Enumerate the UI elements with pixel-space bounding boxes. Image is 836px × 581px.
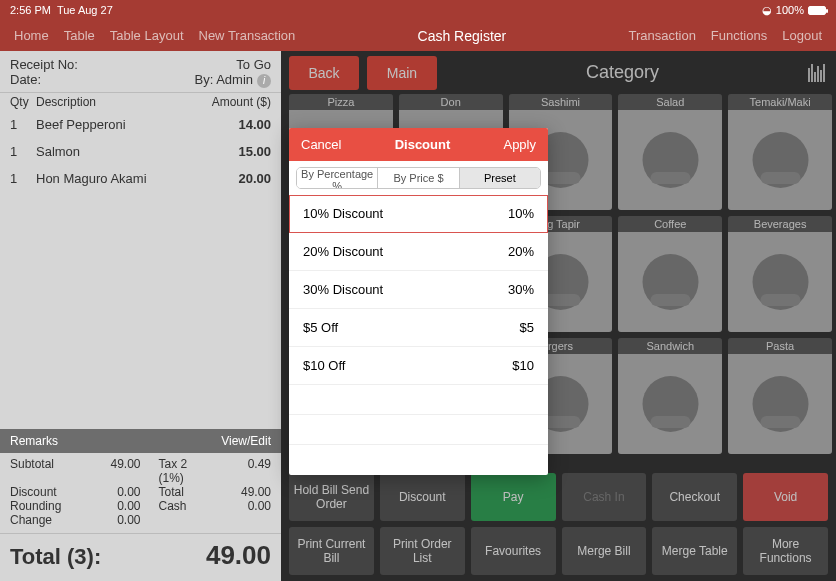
- discount-label: Discount: [10, 485, 75, 499]
- preset-row[interactable]: 30% Discount30%: [289, 271, 548, 309]
- line-desc: Hon Maguro Akami: [36, 171, 191, 186]
- remarks-view-edit[interactable]: View/Edit: [221, 434, 271, 448]
- wifi-icon: ◒: [762, 4, 772, 17]
- rounding-value: 0.00: [75, 499, 140, 513]
- preset-label: $10 Off: [303, 358, 345, 373]
- receipt-line[interactable]: 1Beef Pepperoni14.00: [0, 111, 281, 138]
- preset-blank-row: [289, 385, 548, 415]
- nav-transaction[interactable]: Transaction: [628, 28, 695, 43]
- nav-table-layout[interactable]: Table Layout: [110, 28, 184, 43]
- grand-total-label: Total (3):: [10, 544, 101, 570]
- nav-bar: Home Table Table Layout New Transaction …: [0, 20, 836, 51]
- nav-logout[interactable]: Logout: [782, 28, 822, 43]
- change-label: Change: [10, 513, 75, 527]
- total-value: 49.00: [206, 485, 271, 499]
- tax-value: 0.49: [206, 457, 271, 485]
- popup-title: Discount: [395, 137, 451, 152]
- status-bar: 2:56 PM Tue Aug 27 ◒ 100%: [0, 0, 836, 20]
- receipt-line[interactable]: 1Hon Maguro Akami20.00: [0, 165, 281, 192]
- discount-value: 0.00: [75, 485, 140, 499]
- preset-label: 10% Discount: [303, 206, 383, 221]
- line-desc: Salmon: [36, 144, 191, 159]
- receipt-panel: Receipt No:To Go Date:By: Admini Qty Des…: [0, 51, 281, 581]
- preset-label: 30% Discount: [303, 282, 383, 297]
- battery-pct: 100%: [776, 4, 804, 16]
- preset-value: 30%: [508, 282, 534, 297]
- cash-label: Cash: [141, 499, 206, 513]
- receipt-by: By: Admin: [194, 72, 253, 87]
- grand-total-value: 49.00: [206, 540, 271, 571]
- line-qty: 1: [10, 171, 36, 186]
- line-amount: 14.00: [191, 117, 271, 132]
- info-icon[interactable]: i: [257, 74, 271, 88]
- preset-row[interactable]: $5 Off$5: [289, 309, 548, 347]
- battery-icon: [808, 6, 826, 15]
- line-amount: 15.00: [191, 144, 271, 159]
- line-qty: 1: [10, 144, 36, 159]
- cash-value: 0.00: [206, 499, 271, 513]
- receipt-no-label: Receipt No:: [10, 57, 78, 72]
- preset-value: $5: [520, 320, 534, 335]
- preset-row[interactable]: 20% Discount20%: [289, 233, 548, 271]
- tab-by-price[interactable]: By Price $: [378, 168, 459, 188]
- preset-value: 20%: [508, 244, 534, 259]
- nav-home[interactable]: Home: [14, 28, 49, 43]
- discount-mode-segment: By Percentage % By Price $ Preset: [296, 167, 541, 189]
- subtotal-label: Subtotal: [10, 457, 75, 485]
- rounding-label: Rounding: [10, 499, 75, 513]
- subtotal-value: 49.00: [75, 457, 140, 485]
- status-time: 2:56 PM: [10, 4, 51, 16]
- change-value: 0.00: [75, 513, 140, 527]
- tax-label: Tax 2 (1%): [141, 457, 206, 485]
- line-amount: 20.00: [191, 171, 271, 186]
- popup-cancel[interactable]: Cancel: [301, 137, 341, 152]
- remarks-label: Remarks: [10, 434, 58, 448]
- total-label: Total: [141, 485, 206, 499]
- preset-blank-row: [289, 415, 548, 445]
- receipt-togo: To Go: [236, 57, 271, 72]
- col-qty: Qty: [10, 95, 36, 109]
- preset-blank-row: [289, 445, 548, 475]
- col-amount: Amount ($): [191, 95, 271, 109]
- preset-row[interactable]: 10% Discount10%: [289, 195, 548, 233]
- line-qty: 1: [10, 117, 36, 132]
- nav-new-transaction[interactable]: New Transaction: [199, 28, 296, 43]
- status-date: Tue Aug 27: [57, 4, 113, 16]
- tab-preset[interactable]: Preset: [460, 168, 540, 188]
- preset-label: 20% Discount: [303, 244, 383, 259]
- col-desc: Description: [36, 95, 191, 109]
- line-desc: Beef Pepperoni: [36, 117, 191, 132]
- preset-label: $5 Off: [303, 320, 338, 335]
- preset-row[interactable]: $10 Off$10: [289, 347, 548, 385]
- nav-title: Cash Register: [309, 28, 614, 44]
- preset-value: 10%: [508, 206, 534, 221]
- discount-popup: Cancel Discount Apply By Percentage % By…: [289, 128, 548, 475]
- tab-by-percentage[interactable]: By Percentage %: [297, 168, 378, 188]
- receipt-date-label: Date:: [10, 72, 41, 88]
- nav-functions[interactable]: Functions: [711, 28, 767, 43]
- popup-apply[interactable]: Apply: [503, 137, 536, 152]
- nav-table[interactable]: Table: [64, 28, 95, 43]
- receipt-line[interactable]: 1Salmon15.00: [0, 138, 281, 165]
- preset-value: $10: [512, 358, 534, 373]
